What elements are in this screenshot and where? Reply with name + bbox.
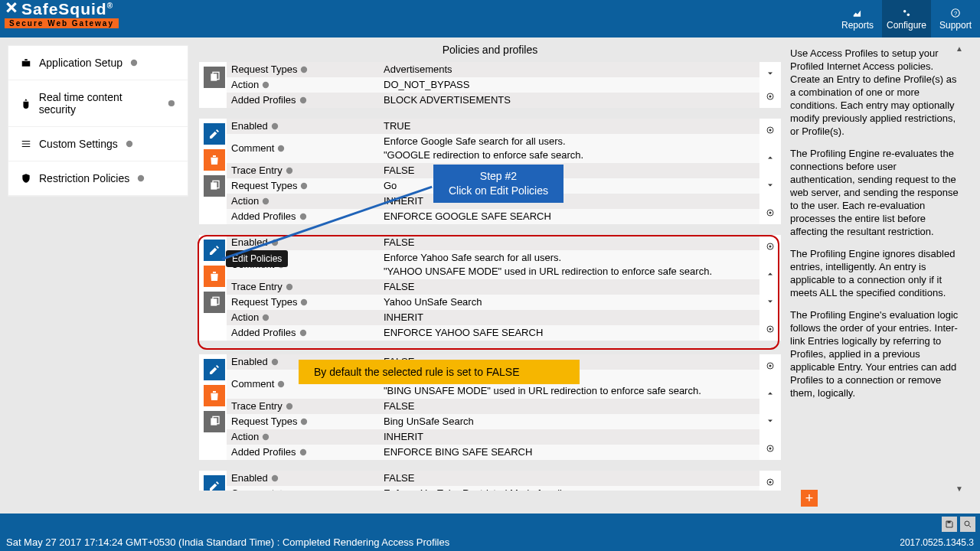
expand-button[interactable]	[763, 414, 778, 428]
info-icon	[277, 490, 285, 491]
svg-point-43	[286, 403, 292, 409]
svg-point-38	[769, 328, 772, 331]
bug-icon	[21, 98, 31, 109]
move-up-button[interactable]	[763, 386, 778, 400]
svg-point-34	[299, 330, 305, 336]
info-icon	[300, 182, 308, 190]
info-icon	[300, 298, 308, 306]
save-button[interactable]	[942, 517, 957, 532]
chevron-down-icon	[766, 297, 775, 306]
copy-icon	[208, 180, 220, 192]
sidebar-item-content-security[interactable]: Real time content security	[8, 80, 188, 127]
expand-button[interactable]	[763, 178, 778, 192]
field-label: Enabled	[231, 471, 268, 485]
pencil-icon	[208, 128, 220, 140]
field-value: Enforce YouTube Restricted Mode for all …	[384, 487, 760, 491]
svg-text:?: ?	[954, 9, 957, 16]
svg-point-45	[263, 434, 269, 440]
delete-button[interactable]	[204, 149, 225, 171]
sidebar-label: Custom Settings	[39, 138, 118, 150]
svg-point-48	[769, 365, 772, 367]
expand-button[interactable]	[763, 295, 778, 308]
svg-point-21	[263, 198, 269, 204]
svg-point-42	[278, 381, 284, 387]
chart-icon	[851, 8, 864, 18]
svg-point-41	[272, 359, 278, 365]
target-button[interactable]	[763, 475, 778, 489]
svg-point-1	[907, 13, 910, 15]
nav-reports[interactable]: Reports	[833, 0, 882, 37]
svg-point-50	[769, 448, 772, 450]
target-button[interactable]	[763, 206, 778, 220]
delete-button[interactable]	[204, 266, 225, 287]
edit-button[interactable]	[204, 475, 225, 491]
sidebar: Application Setup Real time content secu…	[0, 37, 196, 500]
clone-button[interactable]	[204, 292, 225, 313]
top-nav: Reports Configure ? Support	[833, 0, 980, 37]
field-value: Advertisements	[384, 63, 760, 77]
help-icon: ?	[949, 8, 962, 18]
field-value: FALSE	[384, 236, 760, 249]
sidebar-item-restriction-policies[interactable]: Restriction Policies	[8, 161, 188, 196]
info-icon	[299, 213, 307, 220]
target-button[interactable]	[763, 123, 778, 137]
svg-point-46	[299, 449, 305, 455]
clone-button[interactable]	[204, 411, 225, 432]
target-button[interactable]	[763, 90, 778, 103]
expand-button[interactable]	[763, 67, 778, 80]
move-up-button[interactable]	[763, 267, 778, 281]
field-label: Comment	[231, 377, 274, 391]
info-icon	[300, 418, 308, 425]
info-icon	[277, 261, 285, 269]
clone-button[interactable]	[204, 67, 225, 88]
svg-point-51	[272, 475, 278, 481]
sidebar-item-application-setup[interactable]: Application Setup	[8, 46, 188, 80]
policy-entry: EnabledFALSE CommentEnforce Yahoo Safe s…	[199, 235, 781, 341]
nav-label: Reports	[841, 20, 874, 31]
svg-point-12	[299, 97, 305, 103]
clone-button[interactable]	[204, 175, 225, 197]
step-callout: Step #2 Click on Edit Policies	[433, 165, 564, 203]
move-up-button[interactable]	[763, 151, 778, 165]
search-button[interactable]	[960, 517, 975, 532]
add-entry-button[interactable]: +	[801, 490, 818, 507]
svg-point-19	[286, 168, 292, 174]
field-value: Enforce Yahoo Safe search for all users.	[384, 252, 561, 263]
info-icon	[277, 145, 285, 152]
info-icon	[168, 99, 175, 107]
field-value: "YAHOO UNSAFE MODE" used in URL redirect…	[384, 266, 712, 277]
target-button[interactable]	[763, 322, 778, 336]
target-button[interactable]	[763, 240, 778, 253]
sliders-icon	[21, 139, 31, 149]
field-value: ENFORCE BING SAFE SEARCH	[384, 445, 760, 459]
chevron-down-icon	[766, 181, 775, 190]
edit-button[interactable]	[204, 359, 225, 380]
scroll-up-icon[interactable]: ▲	[956, 42, 963, 55]
info-icon	[126, 140, 133, 148]
target-button[interactable]	[763, 359, 778, 373]
copy-icon	[208, 71, 220, 83]
sidebar-label: Application Setup	[39, 57, 122, 69]
brand-name: SafeSquid	[21, 0, 107, 18]
field-label: Request Types	[231, 295, 297, 309]
field-label: Comment	[231, 258, 274, 272]
info-icon	[299, 448, 307, 456]
info-icon	[262, 81, 270, 89]
field-label: Enabled	[231, 355, 268, 369]
help-panel: ▲ Use Access Profiles to setup your Prof…	[781, 37, 965, 500]
delete-button[interactable]	[204, 385, 225, 406]
sidebar-item-custom-settings[interactable]: Custom Settings	[8, 127, 188, 161]
target-button[interactable]	[763, 442, 778, 455]
edit-button[interactable]	[204, 123, 225, 145]
field-label: Trace Entry	[231, 280, 283, 294]
save-icon	[945, 520, 954, 529]
chevron-up-icon	[766, 153, 775, 162]
nav-support[interactable]: ? Support	[931, 0, 980, 37]
scroll-down-icon[interactable]: ▼	[956, 482, 963, 495]
nav-configure[interactable]: Configure	[882, 0, 931, 37]
field-label: Request Types	[231, 415, 297, 429]
info-icon	[300, 66, 308, 73]
field-label: Action	[231, 194, 259, 208]
field-label: Action	[231, 430, 259, 444]
info-icon	[299, 329, 307, 337]
